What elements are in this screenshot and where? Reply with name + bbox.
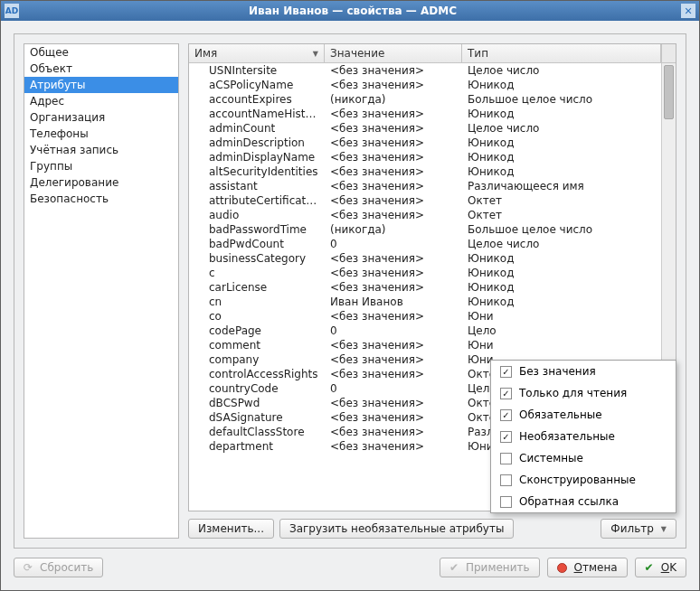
filter-button-label: Фильтр bbox=[610, 522, 653, 535]
table-row[interactable]: USNIntersite<без значения>Целое число bbox=[189, 63, 676, 78]
table-row[interactable]: assistant<без значения>Различающееся имя bbox=[189, 179, 676, 193]
cell-value: <без значения> bbox=[325, 425, 462, 439]
checkbox-icon[interactable] bbox=[500, 474, 512, 486]
cell-type: Юникод bbox=[462, 266, 676, 280]
cell-value: <без значения> bbox=[325, 396, 462, 410]
cell-name: dSASignature bbox=[189, 410, 325, 425]
sidebar-item-1[interactable]: Объект bbox=[24, 61, 178, 77]
checkbox-icon[interactable]: ✓ bbox=[500, 431, 512, 443]
cell-value: <без значения> bbox=[325, 280, 462, 295]
edit-button[interactable]: Изменить... bbox=[188, 519, 274, 539]
reset-button[interactable]: Сбросить bbox=[14, 558, 103, 577]
cell-value: <без значения> bbox=[325, 338, 462, 352]
cell-name: cn bbox=[189, 295, 325, 309]
scrollbar-thumb[interactable] bbox=[664, 65, 674, 119]
table-row[interactable]: aCSPolicyName<без значения>Юникод bbox=[189, 78, 676, 92]
cell-type: Октет bbox=[462, 193, 676, 208]
table-row[interactable]: adminDisplayName<без значения>Юникод bbox=[189, 150, 676, 164]
cell-name: co bbox=[189, 309, 325, 324]
filter-button[interactable]: Фильтр ▼ bbox=[601, 519, 676, 539]
load-optional-button[interactable]: Загрузить необязательные атрибуты bbox=[279, 519, 514, 539]
cell-value: <без значения> bbox=[325, 367, 462, 381]
sidebar-item-9[interactable]: Безопасность bbox=[24, 191, 178, 207]
cell-value: <без значения> bbox=[325, 150, 462, 164]
table-row[interactable]: c<без значения>Юникод bbox=[189, 266, 676, 280]
filter-option-1[interactable]: ✓Только для чтения bbox=[491, 382, 676, 404]
table-row[interactable]: accountNameHistory<без значения>Юникод bbox=[189, 107, 676, 121]
table-row[interactable]: businessCategory<без значения>Юникод bbox=[189, 251, 676, 266]
table-row[interactable]: co<без значения>Юни bbox=[189, 309, 676, 324]
cell-type: Большое целое число bbox=[462, 222, 676, 237]
cell-type: Юникод bbox=[462, 150, 676, 164]
table-row[interactable]: comment<без значения>Юни bbox=[189, 338, 676, 352]
table-row[interactable]: adminDescription<без значения>Юникод bbox=[189, 136, 676, 150]
apply-button[interactable]: Применить bbox=[440, 558, 540, 577]
cancel-button[interactable]: Отмена bbox=[547, 558, 628, 577]
checkbox-icon[interactable]: ✓ bbox=[500, 409, 512, 421]
filter-option-3[interactable]: ✓Необязательные bbox=[491, 426, 676, 447]
titlebar[interactable]: AD Иван Иванов — свойства — ADMC ✕ bbox=[1, 1, 699, 21]
sidebar-item-3[interactable]: Адрес bbox=[24, 93, 178, 109]
cell-value: <без значения> bbox=[325, 179, 462, 193]
sidebar-item-6[interactable]: Учётная запись bbox=[24, 142, 178, 158]
filter-option-label: Без значения bbox=[519, 365, 596, 378]
sidebar-item-5[interactable]: Телефоны bbox=[24, 126, 178, 142]
table-row[interactable]: badPasswordTime(никогда)Большое целое чи… bbox=[189, 222, 676, 237]
checkbox-icon[interactable] bbox=[500, 453, 512, 464]
cell-name: USNIntersite bbox=[189, 63, 325, 78]
dialog-body: ОбщееОбъектАтрибутыАдресОрганизацияТелеф… bbox=[1, 21, 699, 590]
filter-option-5[interactable]: Сконструированные bbox=[491, 469, 676, 491]
cell-name: businessCategory bbox=[189, 251, 325, 266]
close-icon[interactable]: ✕ bbox=[681, 4, 695, 18]
cell-value: 0 bbox=[325, 237, 462, 251]
cell-type: Юни bbox=[462, 309, 676, 324]
cell-value: 0 bbox=[325, 324, 462, 338]
column-header-value[interactable]: Значение bbox=[325, 44, 462, 62]
cell-value: <без значения> bbox=[325, 352, 462, 367]
table-row[interactable]: badPwdCount0Целое число bbox=[189, 237, 676, 251]
filter-option-2[interactable]: ✓Обязательные bbox=[491, 404, 676, 426]
cell-name: audio bbox=[189, 208, 325, 222]
table-row[interactable]: codePage0Цело bbox=[189, 324, 676, 338]
dialog-footer: Сбросить Применить Отмена ✔ OK bbox=[14, 558, 686, 577]
chevron-down-icon: ▼ bbox=[661, 525, 667, 533]
checkbox-icon[interactable] bbox=[500, 496, 512, 508]
apply-button-label: Применить bbox=[466, 561, 530, 574]
sidebar-item-2[interactable]: Атрибуты bbox=[24, 77, 178, 93]
checkbox-icon[interactable]: ✓ bbox=[500, 388, 512, 399]
cell-value: (никогда) bbox=[325, 92, 462, 107]
cell-name: codePage bbox=[189, 324, 325, 338]
table-row[interactable]: cnИван ИвановЮникод bbox=[189, 295, 676, 309]
filter-option-0[interactable]: ✓Без значения bbox=[491, 361, 676, 382]
cell-name: accountNameHistory bbox=[189, 107, 325, 121]
ok-button[interactable]: ✔ OK bbox=[635, 558, 686, 577]
table-row[interactable]: carLicense<без значения>Юникод bbox=[189, 280, 676, 295]
table-row[interactable]: attributeCertificateAt...<без значения>О… bbox=[189, 193, 676, 208]
table-row[interactable]: audio<без значения>Октет bbox=[189, 208, 676, 222]
checkbox-icon[interactable]: ✓ bbox=[500, 366, 512, 378]
column-header-name[interactable]: Имя ▼ bbox=[189, 44, 325, 62]
cell-type: Юникод bbox=[462, 251, 676, 266]
filter-option-4[interactable]: Системные bbox=[491, 447, 676, 469]
column-header-type[interactable]: Тип bbox=[462, 44, 661, 62]
cell-name: company bbox=[189, 352, 325, 367]
sidebar-item-8[interactable]: Делегирование bbox=[24, 174, 178, 191]
cell-value: <без значения> bbox=[325, 208, 462, 222]
table-row[interactable]: accountExpires(никогда)Большое целое чис… bbox=[189, 92, 676, 107]
properties-window: AD Иван Иванов — свойства — ADMC ✕ Общее… bbox=[0, 0, 700, 591]
table-row[interactable]: altSecurityIdentities<без значения>Юнико… bbox=[189, 164, 676, 179]
sidebar-item-7[interactable]: Группы bbox=[24, 158, 178, 174]
cell-type: Октет bbox=[462, 208, 676, 222]
cell-type: Большое целое число bbox=[462, 92, 676, 107]
table-row[interactable]: adminCount<без значения>Целое число bbox=[189, 121, 676, 136]
filter-option-label: Сконструированные bbox=[519, 474, 636, 486]
cell-value: <без значения> bbox=[325, 251, 462, 266]
sidebar-item-0[interactable]: Общее bbox=[24, 44, 178, 61]
table-header: Имя ▼ Значение Тип bbox=[189, 44, 676, 63]
cell-value: <без значения> bbox=[325, 121, 462, 136]
filter-option-6[interactable]: Обратная ссылка bbox=[491, 491, 676, 512]
cancel-icon bbox=[557, 563, 567, 573]
cell-name: defaultClassStore bbox=[189, 425, 325, 439]
sidebar-item-4[interactable]: Организация bbox=[24, 109, 178, 126]
cancel-button-label: Отмена bbox=[574, 561, 618, 574]
